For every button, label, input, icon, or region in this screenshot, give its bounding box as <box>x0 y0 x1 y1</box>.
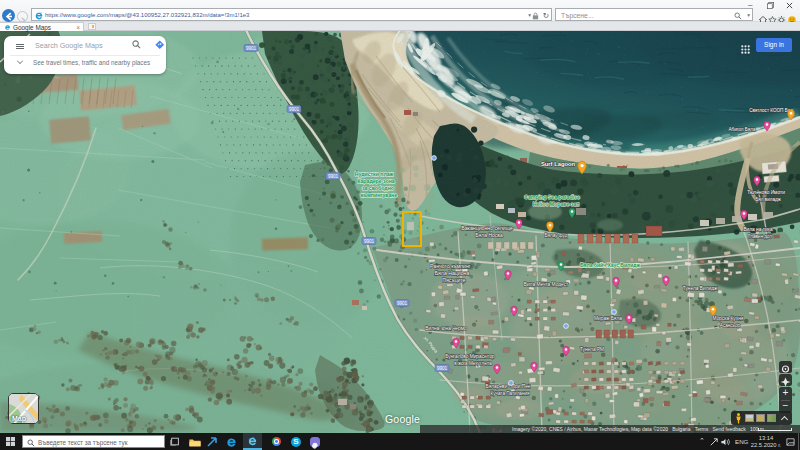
svg-text:в жога Мехуглела: в жога Мехуглела <box>454 361 492 366</box>
svg-text:Ранчото къмпинг -: Ранчото къмпинг - <box>430 263 474 269</box>
svg-text:Мираж Бяла: Мираж Бяла <box>594 316 622 321</box>
svg-text:Пясъците: Пясъците <box>442 277 466 283</box>
svg-text:Морска Кухня: Морска Кухня <box>713 316 744 321</box>
svg-text:Вила Мечта Модест: Вила Мечта Модест <box>524 282 569 287</box>
svg-text:за свободно: за свободно <box>362 185 394 191</box>
svg-text:Surf Lagoon: Surf Lagoon <box>541 161 576 167</box>
svg-text:9901: 9901 <box>397 301 408 306</box>
svg-text:Бунгалово Мираселор: Бунгалово Мираселор <box>445 354 495 359</box>
svg-text:Бялау фуд: Бялау фуд <box>545 233 568 238</box>
svg-text:Тюленово Имоти: Тюленово Имоти <box>747 190 785 195</box>
svg-text:9901: 9901 <box>437 366 448 371</box>
svg-text:Карадере зона: Карадере зона <box>357 178 395 184</box>
svg-text:Бялареви - При Пен: Бялареви - При Пен <box>486 384 531 389</box>
svg-text:Бяла Носва: Бяла Носва <box>475 232 503 238</box>
svg-text:Бяла Национа: Бяла Национа <box>435 270 470 276</box>
svg-text:Кучата Патилания: Кучата Патилания <box>491 391 530 396</box>
svg-text:9901: 9901 <box>246 46 257 51</box>
svg-text:Тунела Вилидж: Тунела Вилидж <box>683 286 718 291</box>
svg-text:Ваканционно селище: Ваканционно селище <box>461 225 513 231</box>
svg-text:Helios Мораве зап: Helios Мораве зап <box>533 201 580 207</box>
svg-text:9901: 9901 <box>328 174 339 179</box>
svg-text:Вилна зона Чермо: Вилна зона Чермо <box>425 326 467 331</box>
svg-text:Бял виладж: Бял виладж <box>755 197 781 202</box>
svg-text:Святлост КООП Бял: Святлост КООП Бял <box>749 108 793 113</box>
svg-text:къмпингуване: къмпингуване <box>361 192 398 198</box>
svg-text:Нудистки плаж: Нудистки плаж <box>355 171 394 177</box>
svg-text:9901: 9901 <box>364 239 375 244</box>
svg-text:Абигол Бяла: Абигол Бяла <box>729 127 756 132</box>
svg-text:Тунела РМ: Тунела РМ <box>580 347 604 352</box>
svg-text:Главен дол: Главен дол <box>748 234 772 239</box>
svg-text:Бяла бийч Хаус Вилидж: Бяла бийч Хаус Вилидж <box>580 262 640 268</box>
svg-text:9901: 9901 <box>289 107 300 112</box>
svg-text:Асансьор: Асансьор <box>720 323 741 328</box>
svg-text:Camping Sea paradise: Camping Sea paradise <box>524 194 580 200</box>
svg-text:Вила на тиха: Вила на тиха <box>743 227 773 232</box>
